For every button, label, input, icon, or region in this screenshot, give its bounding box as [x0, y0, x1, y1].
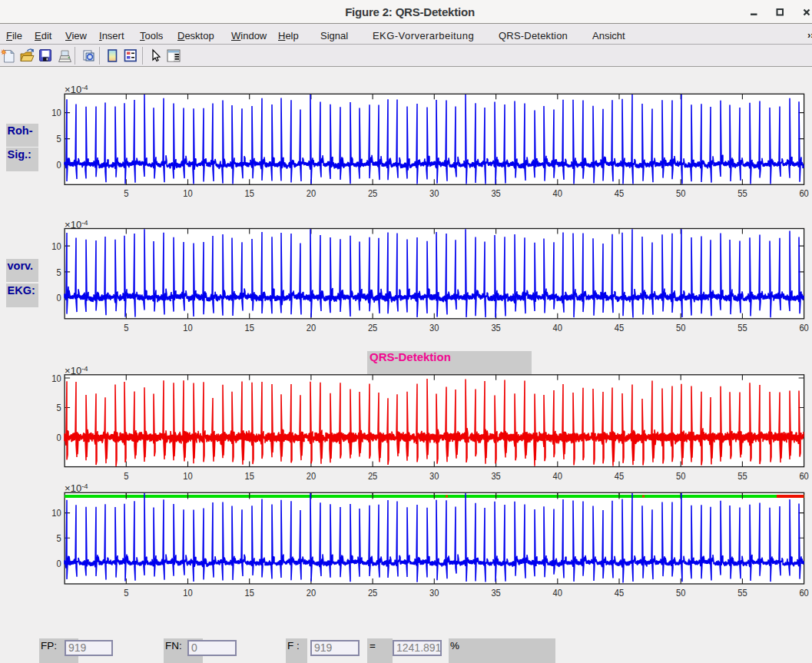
svg-text:10: 10 — [183, 587, 192, 598]
svg-text:5: 5 — [124, 587, 128, 598]
svg-text:vorv.: vorv. — [8, 260, 34, 272]
svg-text:10: 10 — [51, 107, 61, 118]
svg-text:45: 45 — [615, 587, 624, 598]
svg-text:0: 0 — [57, 159, 61, 171]
svg-text:10: 10 — [183, 322, 192, 333]
svg-text:45: 45 — [615, 322, 624, 333]
svg-text:30: 30 — [429, 187, 439, 199]
svg-text:60: 60 — [799, 470, 808, 482]
svg-text:25: 25 — [368, 470, 377, 482]
svg-text:10: 10 — [51, 507, 61, 519]
svg-text:30: 30 — [429, 587, 439, 598]
svg-text:10: 10 — [51, 240, 61, 252]
svg-text:40: 40 — [553, 187, 562, 199]
svg-text:35: 35 — [491, 587, 500, 598]
svg-text:35: 35 — [491, 187, 500, 199]
svg-text:50: 50 — [676, 187, 685, 199]
svg-text:0: 0 — [57, 558, 61, 569]
svg-text:5: 5 — [57, 267, 61, 278]
svg-text:15: 15 — [245, 322, 254, 333]
svg-text:5: 5 — [124, 322, 128, 333]
svg-text:40: 40 — [553, 322, 562, 333]
svg-text:25: 25 — [368, 587, 377, 598]
svg-text:45: 45 — [615, 470, 624, 482]
svg-text:QRS-Detektion: QRS-Detektion — [370, 350, 451, 363]
svg-text:25: 25 — [368, 322, 377, 333]
svg-text:35: 35 — [491, 322, 500, 333]
svg-text:60: 60 — [799, 587, 808, 598]
svg-text:60: 60 — [799, 322, 808, 333]
svg-text:20: 20 — [307, 587, 316, 598]
svg-text:55: 55 — [737, 322, 747, 333]
svg-text:10: 10 — [183, 187, 192, 199]
svg-text:60: 60 — [799, 187, 808, 199]
svg-text:5: 5 — [57, 402, 61, 413]
svg-text:Sig.:: Sig.: — [8, 148, 31, 161]
svg-text:0: 0 — [57, 432, 61, 443]
svg-text:EKG:: EKG: — [8, 284, 35, 297]
svg-text:10: 10 — [51, 373, 61, 384]
svg-text:20: 20 — [307, 322, 316, 333]
svg-text:5: 5 — [124, 187, 128, 199]
svg-text:20: 20 — [307, 187, 316, 199]
svg-text:10: 10 — [183, 470, 192, 482]
svg-text:55: 55 — [737, 587, 747, 598]
svg-text:20: 20 — [307, 470, 316, 482]
svg-text:40: 40 — [553, 470, 562, 482]
svg-text:55: 55 — [737, 470, 747, 482]
svg-text:50: 50 — [676, 470, 685, 482]
svg-text:25: 25 — [368, 187, 377, 199]
svg-text:40: 40 — [553, 587, 562, 598]
svg-text:0: 0 — [57, 292, 61, 303]
svg-text:15: 15 — [245, 470, 254, 482]
svg-text:5: 5 — [57, 133, 61, 144]
svg-text:5: 5 — [57, 532, 61, 544]
svg-text:45: 45 — [615, 187, 624, 199]
svg-text:55: 55 — [737, 187, 747, 199]
svg-text:50: 50 — [676, 587, 685, 598]
svg-text:35: 35 — [491, 470, 500, 482]
svg-text:30: 30 — [429, 322, 439, 333]
svg-text:15: 15 — [245, 187, 254, 199]
svg-text:15: 15 — [245, 587, 254, 598]
svg-text:30: 30 — [429, 470, 439, 482]
svg-text:5: 5 — [124, 470, 128, 482]
svg-text:Roh-: Roh- — [8, 124, 33, 137]
svg-text:50: 50 — [676, 322, 685, 333]
